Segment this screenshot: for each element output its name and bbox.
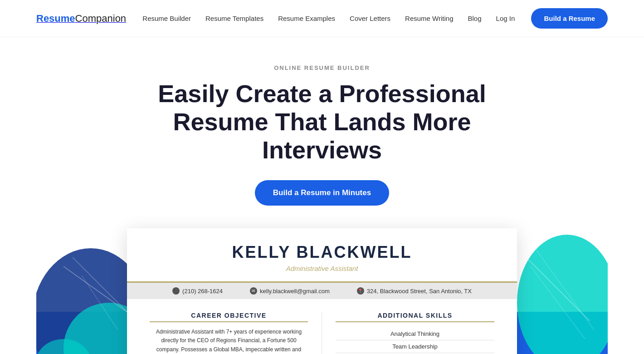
nav-cover-letters[interactable]: Cover Letters bbox=[350, 15, 390, 22]
resume-left-column: CAREER OBJECTIVE Administrative Assistan… bbox=[150, 312, 322, 354]
resume-name: KELLY BLACKWELL bbox=[150, 243, 494, 262]
additional-skills-title: ADDITIONAL SKILLS bbox=[336, 312, 494, 322]
skill-item-2: Team Leadership bbox=[336, 340, 494, 353]
resume-contact-bar: 📞 (210) 268-1624 ✉ kelly.blackwell@gmail… bbox=[127, 283, 517, 299]
resume-job-title: Administrative Assistant bbox=[150, 265, 494, 272]
resume-card: KELLY BLACKWELL Administrative Assistant… bbox=[127, 228, 517, 354]
svg-point-6 bbox=[517, 235, 608, 354]
resume-preview-wrapper: KELLY BLACKWELL Administrative Assistant… bbox=[36, 228, 608, 354]
nav-blog[interactable]: Blog bbox=[468, 15, 482, 22]
phone-icon: 📞 bbox=[172, 287, 180, 295]
resume-right-column: ADDITIONAL SKILLS Analytical Thinking Te… bbox=[322, 312, 494, 354]
resume-email: ✉ kelly.blackwell@gmail.com bbox=[250, 287, 330, 295]
email-icon: ✉ bbox=[250, 287, 257, 295]
career-objective-title: CAREER OBJECTIVE bbox=[150, 312, 308, 322]
header-build-resume-button[interactable]: Build a Resume bbox=[531, 8, 608, 29]
logo-companion: Companion bbox=[75, 13, 127, 24]
nav-resume-builder[interactable]: Resume Builder bbox=[142, 15, 191, 22]
nav-resume-writing[interactable]: Resume Writing bbox=[405, 15, 453, 22]
location-icon: 📍 bbox=[357, 287, 364, 295]
resume-address: 📍 324, Blackwood Street, San Antonio, TX bbox=[357, 287, 472, 295]
logo[interactable]: ResumeCompanion bbox=[36, 13, 126, 25]
resume-body: CAREER OBJECTIVE Administrative Assistan… bbox=[127, 299, 517, 354]
main-nav: Resume Builder Resume Templates Resume E… bbox=[142, 15, 515, 22]
nav-resume-templates[interactable]: Resume Templates bbox=[205, 15, 263, 22]
hero-cta-button[interactable]: Build a Resume in Minutes bbox=[255, 180, 389, 206]
hero-title: Easily Create a Professional Resume That… bbox=[154, 79, 490, 164]
hero-section: ONLINE RESUME BUILDER Easily Create a Pr… bbox=[0, 37, 644, 354]
blob-right bbox=[508, 230, 608, 354]
skill-item-1: Analytical Thinking bbox=[336, 328, 494, 340]
resume-header: KELLY BLACKWELL Administrative Assistant bbox=[127, 228, 517, 283]
nav-resume-examples[interactable]: Resume Examples bbox=[278, 15, 335, 22]
nav-log-in[interactable]: Log In bbox=[496, 15, 515, 22]
logo-resume: Resume bbox=[36, 13, 75, 24]
hero-label: ONLINE RESUME BUILDER bbox=[274, 64, 370, 71]
resume-phone: 📞 (210) 268-1624 bbox=[172, 287, 223, 295]
career-objective-text: Administrative Assistant with 7+ years o… bbox=[150, 328, 308, 354]
